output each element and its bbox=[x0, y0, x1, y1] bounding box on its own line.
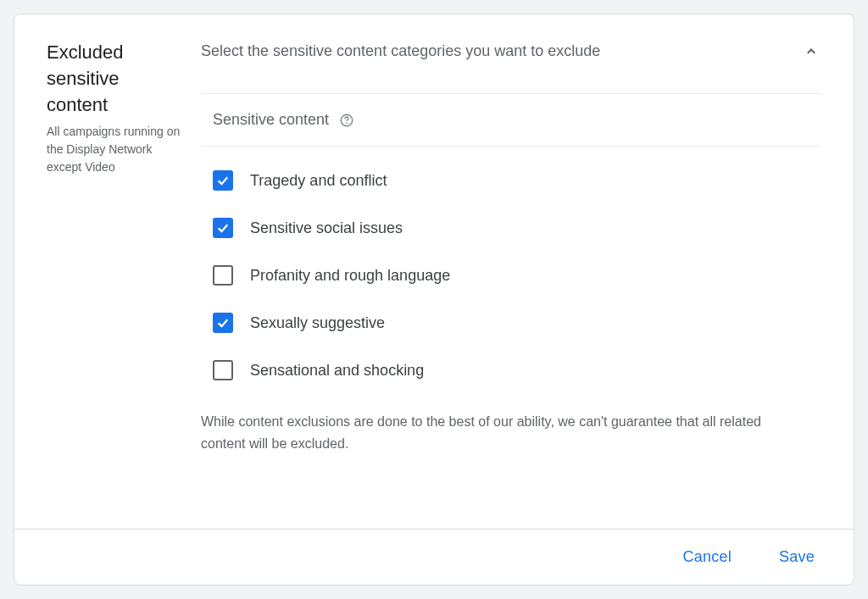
instruction-text: Select the sensitive content categories … bbox=[201, 40, 600, 63]
options-list: Tragedy and conflict Sensitive social is… bbox=[201, 147, 821, 404]
header-row: Select the sensitive content categories … bbox=[201, 40, 821, 63]
section-wrap: Sensitive content Tragedy and conflict bbox=[201, 93, 821, 454]
right-column: Select the sensitive content categories … bbox=[201, 40, 821, 512]
option-label: Sexually suggestive bbox=[250, 314, 385, 332]
option-label: Sensitive social issues bbox=[250, 219, 403, 237]
svg-point-1 bbox=[346, 122, 348, 124]
checkbox-unchecked-icon[interactable] bbox=[213, 265, 233, 286]
option-label: Profanity and rough language bbox=[250, 267, 450, 285]
chevron-up-icon[interactable] bbox=[801, 42, 821, 62]
card-footer: Cancel Save bbox=[14, 529, 854, 585]
help-icon[interactable] bbox=[339, 113, 354, 128]
disclaimer-text: While content exclusions are done to the… bbox=[201, 411, 821, 454]
checkbox-checked-icon[interactable] bbox=[213, 170, 233, 191]
option-label: Tragedy and conflict bbox=[250, 172, 387, 190]
checkbox-unchecked-icon[interactable] bbox=[213, 360, 233, 380]
checkbox-checked-icon[interactable] bbox=[213, 218, 233, 238]
left-column: Excluded sensitive content All campaigns… bbox=[47, 40, 201, 512]
panel-subtitle: All campaigns running on the Display Net… bbox=[47, 123, 181, 176]
option-sensational-shocking[interactable]: Sensational and shocking bbox=[213, 360, 821, 380]
card-body: Excluded sensitive content All campaigns… bbox=[14, 14, 854, 529]
option-sensitive-social-issues[interactable]: Sensitive social issues bbox=[213, 218, 821, 238]
panel-title: Excluded sensitive content bbox=[47, 40, 181, 118]
option-tragedy-conflict[interactable]: Tragedy and conflict bbox=[213, 170, 821, 191]
option-profanity-rough-language[interactable]: Profanity and rough language bbox=[213, 265, 821, 286]
option-label: Sensational and shocking bbox=[250, 362, 424, 380]
section-label: Sensitive content bbox=[201, 111, 329, 129]
settings-card: Excluded sensitive content All campaigns… bbox=[14, 14, 854, 585]
section-header: Sensitive content bbox=[201, 93, 821, 147]
option-sexually-suggestive[interactable]: Sexually suggestive bbox=[213, 313, 821, 333]
checkbox-checked-icon[interactable] bbox=[213, 313, 233, 333]
save-button[interactable]: Save bbox=[772, 545, 821, 569]
cancel-button[interactable]: Cancel bbox=[676, 545, 738, 569]
